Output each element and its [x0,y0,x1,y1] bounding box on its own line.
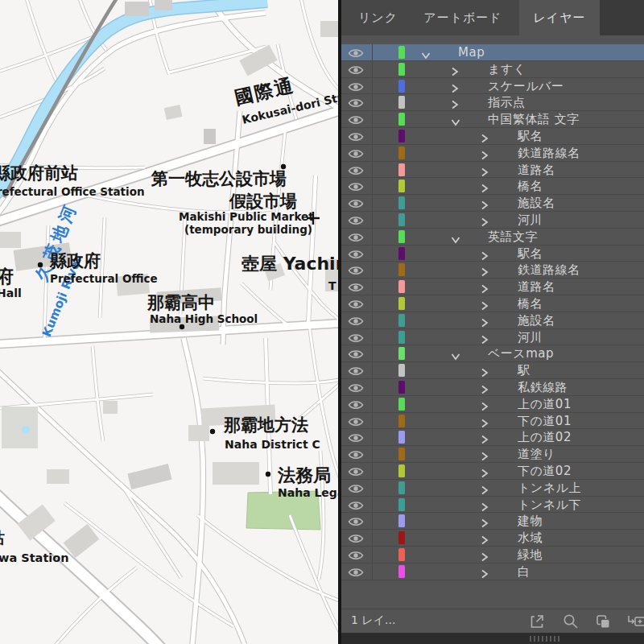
chevron-right-icon[interactable] [481,165,490,175]
chevron-right-icon[interactable] [451,97,460,107]
chevron-right-icon[interactable] [481,282,490,291]
chevron-right-icon[interactable] [481,131,490,141]
layer-row[interactable]: ますく [341,61,644,78]
visibility-eye-icon[interactable] [348,382,364,393]
visibility-eye-icon[interactable] [348,332,364,343]
layer-row[interactable]: 駅名 [341,246,644,262]
chevron-right-icon[interactable] [481,316,490,325]
chevron-down-icon[interactable] [421,47,431,57]
chevron-right-icon[interactable] [481,567,490,576]
layer-row[interactable]: 下の道01 [341,413,644,430]
layer-row[interactable]: 建物 [341,513,644,530]
new-sublayer-icon[interactable] [626,613,644,630]
visibility-eye-icon[interactable] [348,515,364,526]
chevron-right-icon[interactable] [451,81,460,91]
layer-row[interactable]: 水域 [341,530,644,547]
chevron-right-icon[interactable] [481,265,490,275]
chevron-right-icon[interactable] [481,449,490,459]
visibility-eye-icon[interactable] [348,532,364,543]
visibility-eye-icon[interactable] [348,147,364,159]
layer-row[interactable]: 下の道02 [341,463,644,480]
chevron-right-icon[interactable] [481,550,490,559]
chevron-right-icon[interactable] [481,299,490,308]
chevron-right-icon[interactable] [481,332,490,342]
visibility-eye-icon[interactable] [348,448,364,460]
layer-row[interactable]: 道塗り [341,446,644,463]
clipping-mask-icon[interactable] [594,613,612,630]
visibility-eye-icon[interactable] [348,348,364,359]
visibility-eye-icon[interactable] [348,130,364,142]
layer-row[interactable]: 施設名 [341,195,644,212]
chevron-right-icon[interactable] [481,483,490,493]
chevron-down-icon[interactable] [451,114,460,124]
chevron-right-icon[interactable] [481,215,490,225]
layer-row[interactable]: 上の道01 [341,396,644,413]
visibility-eye-icon[interactable] [348,80,364,92]
visibility-eye-icon[interactable] [348,264,364,275]
collect-for-export-icon[interactable] [528,613,546,630]
layer-row[interactable]: 駅名 [341,128,644,145]
layer-row[interactable]: 中国繁体語 文字 [341,111,644,128]
visibility-eye-icon[interactable] [348,365,364,376]
visibility-eye-icon[interactable] [348,499,364,510]
visibility-eye-icon[interactable] [348,47,364,58]
visibility-eye-icon[interactable] [348,315,364,326]
chevron-right-icon[interactable] [481,516,490,526]
layer-row[interactable]: 橋名 [341,178,644,195]
layer-row[interactable]: 白 [341,564,644,580]
chevron-right-icon[interactable] [481,382,490,392]
layer-row[interactable]: 河川 [341,212,644,229]
layer-row[interactable]: 河川 [341,329,644,346]
chevron-right-icon[interactable] [481,365,490,375]
visibility-eye-icon[interactable] [348,164,364,175]
resize-grip[interactable] [530,636,560,642]
chevron-right-icon[interactable] [481,249,490,258]
layer-row[interactable]: 上の道02 [341,429,644,446]
visibility-eye-icon[interactable] [348,197,364,208]
visibility-eye-icon[interactable] [348,248,364,259]
layer-row[interactable]: 私鉄線路 [341,379,644,396]
visibility-eye-icon[interactable] [348,114,364,125]
visibility-eye-icon[interactable] [348,180,364,192]
chevron-down-icon[interactable] [451,349,460,358]
visibility-eye-icon[interactable] [348,549,364,560]
layer-row[interactable]: 鉄道路線名 [341,262,644,279]
layer-row[interactable]: 緑地 [341,547,644,564]
layer-row[interactable]: スケールバー [341,78,644,95]
chevron-right-icon[interactable] [481,198,490,208]
visibility-eye-icon[interactable] [348,431,364,443]
layer-row[interactable]: 鉄道路線名 [341,145,644,162]
search-icon[interactable] [562,613,580,630]
chevron-right-icon[interactable] [481,181,490,191]
layer-row[interactable]: 駅 [341,362,644,379]
chevron-right-icon[interactable] [481,399,490,409]
visibility-eye-icon[interactable] [348,415,364,427]
tab-artboards[interactable]: アートボード [411,0,515,35]
visibility-eye-icon[interactable] [348,231,364,242]
visibility-eye-icon[interactable] [348,298,364,309]
chevron-right-icon[interactable] [481,432,490,442]
chevron-right-icon[interactable] [451,64,460,74]
visibility-eye-icon[interactable] [348,482,364,493]
visibility-eye-icon[interactable] [348,214,364,225]
chevron-right-icon[interactable] [481,466,490,476]
layer-row[interactable]: 英語文字 [341,229,644,246]
chevron-down-icon[interactable] [451,232,460,242]
layer-row[interactable]: 施設名 [341,312,644,329]
layer-row[interactable]: 橋名 [341,295,644,312]
visibility-eye-icon[interactable] [348,97,364,108]
layer-row[interactable]: 指示点 [341,94,644,111]
layer-row[interactable]: 道路名 [341,162,644,179]
chevron-right-icon[interactable] [481,416,490,426]
layer-row[interactable]: Map [341,44,644,61]
chevron-right-icon[interactable] [481,148,490,158]
chevron-right-icon[interactable] [481,533,490,543]
visibility-eye-icon[interactable] [348,398,364,410]
visibility-eye-icon[interactable] [348,566,364,577]
chevron-right-icon[interactable] [481,500,490,510]
tab-links[interactable]: リンク [348,0,408,35]
layer-row[interactable]: ベースmap [341,345,644,362]
tab-layers[interactable]: レイヤー [519,0,600,35]
visibility-eye-icon[interactable] [348,465,364,477]
map-artboard[interactable]: 久茂地河 Kumoji River 國際通 Kokusai-dori Stree… [0,0,338,644]
